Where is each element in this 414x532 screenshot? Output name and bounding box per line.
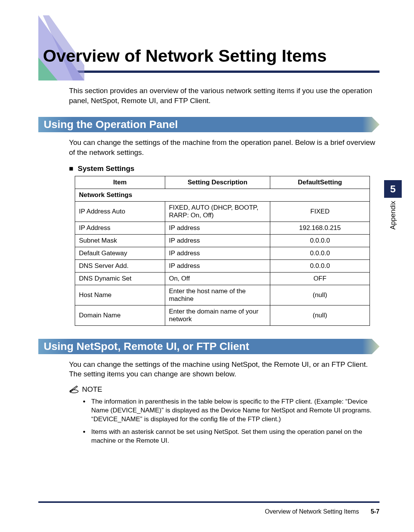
table-row: IP Address IP address 192.168.0.215 (75, 222, 370, 234)
cell-item: DNS Server Add. (75, 259, 165, 272)
cell-default: 0.0.0.0 (270, 234, 370, 247)
cell-desc: IP address (165, 247, 270, 259)
chapter-side-tab: 5 Appendix (383, 180, 402, 230)
section-title-1: Using the Operation Panel (38, 117, 380, 132)
cell-desc: On, Off (165, 272, 270, 285)
table-row: DNS Dynamic Set On, Off OFF (75, 272, 370, 285)
section2-intro: You can change the settings of the machi… (69, 360, 380, 379)
note-item: Items with an asterisk cannot be set usi… (90, 428, 380, 445)
title-rule (38, 71, 380, 73)
cell-item: Host Name (75, 285, 165, 305)
section1-intro: You can change the settings of the machi… (69, 138, 380, 157)
note-heading: NOTE (69, 385, 102, 394)
page-title: Overview of Network Setting Items (38, 15, 380, 66)
cell-default: (null) (270, 305, 370, 325)
cell-default: (null) (270, 285, 370, 305)
system-settings-label: System Settings (78, 164, 135, 172)
cell-default: FIXED (270, 201, 370, 222)
cell-desc: Enter the host name of the machine (165, 285, 270, 305)
cell-desc: IP address (165, 259, 270, 272)
footer-line: Overview of Network Setting Items 5-7 (38, 508, 380, 515)
cell-item: IP Address Auto (75, 201, 165, 222)
table-row: Domain Name Enter the domain name of you… (75, 305, 370, 325)
footer-title: Overview of Network Setting Items (265, 508, 359, 515)
section-heading-1: Using the Operation Panel (38, 117, 380, 132)
cell-item: IP Address (75, 222, 165, 234)
cell-default: 0.0.0.0 (270, 247, 370, 259)
category-cell: Network Settings (75, 189, 370, 201)
table-row: Subnet Mask IP address 0.0.0.0 (75, 234, 370, 247)
section-heading-2: Using NetSpot, Remote UI, or FTP Client (38, 339, 380, 354)
note-item: The information in parenthesis in the ta… (90, 397, 380, 424)
intro-paragraph: This section provides an overview of the… (69, 86, 380, 105)
square-bullet-icon: ■ (69, 164, 73, 172)
section-title-2: Using NetSpot, Remote UI, or FTP Client (38, 339, 380, 354)
table-row: Default Gateway IP address 0.0.0.0 (75, 247, 370, 259)
table-row: DNS Server Add. IP address 0.0.0.0 (75, 259, 370, 272)
cell-default: 0.0.0.0 (270, 259, 370, 272)
page: Overview of Network Setting Items This s… (0, 0, 414, 532)
cell-default: OFF (270, 272, 370, 285)
cell-item: Domain Name (75, 305, 165, 325)
page-footer: Overview of Network Setting Items 5-7 (38, 501, 380, 515)
system-settings-subhead: ■ System Settings (69, 164, 380, 173)
footer-rule (38, 501, 380, 503)
cell-desc: Enter the domain name of your network (165, 305, 270, 325)
cell-desc: FIXED, AUTO (DHCP, BOOTP, RARP: On, Off) (165, 201, 270, 222)
cell-default: 192.168.0.215 (270, 222, 370, 234)
document-header: Overview of Network Setting Items (38, 15, 380, 73)
note-label: NOTE (82, 385, 102, 394)
cell-desc: IP address (165, 234, 270, 247)
cell-item: Subnet Mask (75, 234, 165, 247)
cell-item: Default Gateway (75, 247, 165, 259)
cell-item: DNS Dynamic Set (75, 272, 165, 285)
table-row: IP Address Auto FIXED, AUTO (DHCP, BOOTP… (75, 201, 370, 222)
table-row: Host Name Enter the host name of the mac… (75, 285, 370, 305)
col-default: DefaultSetting (270, 176, 370, 189)
note-block: NOTE The information in parenthesis in t… (69, 385, 380, 445)
col-desc: Setting Description (165, 176, 270, 189)
network-settings-table: Item Setting Description DefaultSetting … (75, 176, 370, 326)
page-number: 5-7 (371, 508, 380, 515)
chapter-number-box: 5 (384, 180, 402, 198)
chapter-label: Appendix (389, 201, 397, 230)
note-list: The information in parenthesis in the ta… (83, 397, 380, 445)
pencil-icon (69, 385, 79, 394)
table-category-row: Network Settings (75, 189, 370, 201)
col-item: Item (75, 176, 165, 189)
table-header-row: Item Setting Description DefaultSetting (75, 176, 370, 189)
cell-desc: IP address (165, 222, 270, 234)
